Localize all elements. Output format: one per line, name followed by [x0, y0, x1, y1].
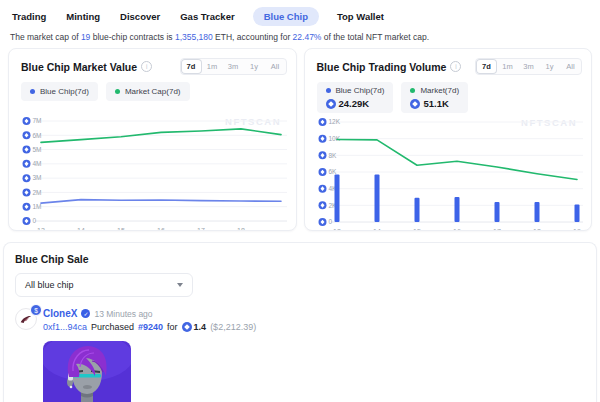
tab-discover[interactable]: Discover: [118, 7, 162, 26]
blue-dot-icon: [30, 89, 35, 94]
tab-gas-tracker[interactable]: Gas Tracker: [178, 7, 236, 26]
clonex-avatar-art: [43, 341, 131, 402]
range-1y[interactable]: 1y: [244, 59, 265, 74]
info-icon[interactable]: [450, 61, 461, 72]
market-value-card: Blue Chip Market Value 7d 1m 3m 1y All B…: [8, 48, 297, 231]
legend-label: Blue Chip(7d): [336, 86, 385, 95]
for-label: for: [167, 322, 178, 332]
legend-label: Blue Chip(7d): [40, 87, 89, 96]
filter-value: All blue chip: [25, 280, 74, 290]
svg-text:18: 18: [533, 228, 541, 231]
svg-text:0: 0: [328, 218, 332, 225]
buyer-address-link[interactable]: 0xf1...94ca: [43, 322, 87, 332]
range-selector: 7d 1m 3m 1y All: [475, 58, 582, 75]
trading-volume-legend: Blue Chip(7d) 24.29K Market(7d) 51.1K: [317, 82, 583, 113]
svg-text:3M: 3M: [33, 174, 42, 181]
sale-timestamp: 13 Minutes ago: [94, 309, 152, 319]
market-cap-percent: 22.47%: [293, 32, 322, 42]
svg-text:13: 13: [333, 228, 341, 231]
svg-text:4M: 4M: [33, 160, 42, 167]
market-value-title: Blue Chip Market Value: [21, 61, 137, 73]
range-1m[interactable]: 1m: [202, 59, 223, 74]
svg-text:15: 15: [413, 228, 421, 231]
svg-text:14: 14: [373, 228, 381, 231]
green-dot-icon: [115, 89, 120, 94]
currency-badge-icon: $: [30, 304, 42, 316]
trading-volume-card: Blue Chip Trading Volume 7d 1m 3m 1y All…: [304, 48, 593, 231]
legend-market[interactable]: Market(7d) 51.1K: [401, 82, 468, 113]
chevron-down-icon: [177, 283, 183, 287]
svg-text:13: 13: [37, 227, 45, 231]
tab-blue-chip[interactable]: Blue Chip: [253, 7, 319, 26]
sale-price-eth: 1.4: [182, 322, 207, 332]
sale-title: Blue Chip Sale: [15, 253, 588, 265]
svg-text:8K: 8K: [328, 152, 337, 159]
summary-text: The market cap of: [10, 32, 81, 42]
svg-text:14: 14: [77, 227, 85, 231]
market-cap-summary: The market cap of 19 blue-chip contracts…: [0, 26, 600, 42]
range-all[interactable]: All: [265, 59, 286, 74]
range-1m[interactable]: 1m: [497, 59, 518, 74]
svg-text:1M: 1M: [33, 203, 42, 210]
legend-blue-chip[interactable]: Blue Chip(7d): [21, 82, 98, 101]
range-7d[interactable]: 7d: [181, 59, 202, 74]
svg-text:5M: 5M: [33, 146, 42, 153]
range-all[interactable]: All: [560, 59, 581, 74]
tab-trading[interactable]: Trading: [10, 7, 48, 26]
svg-text:6M: 6M: [33, 132, 42, 139]
blue-chip-filter-select[interactable]: All blue chip: [15, 273, 193, 297]
tab-minting[interactable]: Minting: [64, 7, 102, 26]
svg-text:16: 16: [157, 227, 165, 231]
token-id-link[interactable]: #9240: [138, 322, 163, 332]
svg-text:2M: 2M: [33, 189, 42, 196]
tab-top-wallet[interactable]: Top Wallet: [335, 7, 386, 26]
collection-logo[interactable]: $: [15, 308, 37, 330]
info-icon[interactable]: [141, 61, 152, 72]
svg-text:16: 16: [453, 228, 461, 231]
svg-text:15: 15: [117, 227, 125, 231]
blue-dot-icon: [326, 88, 331, 93]
range-1y[interactable]: 1y: [539, 59, 560, 74]
eth-icon: [410, 99, 420, 109]
market-value-legend: Blue Chip(7d) Market Cap(7d): [21, 82, 287, 112]
range-3m[interactable]: 3m: [518, 59, 539, 74]
svg-text:17: 17: [197, 227, 205, 231]
svg-text:19: 19: [573, 228, 581, 231]
legend-label: Market Cap(7d): [125, 87, 181, 96]
svg-text:0: 0: [33, 217, 37, 224]
eth-amount: 1,355,180: [175, 32, 213, 42]
legend-label: Market(7d): [420, 86, 459, 95]
svg-text:10K: 10K: [328, 135, 340, 142]
svg-text:6K: 6K: [328, 168, 337, 175]
charts-row: Blue Chip Market Value 7d 1m 3m 1y All B…: [0, 42, 600, 231]
nft-image[interactable]: [43, 341, 131, 402]
sale-price-usd: ($2,212.39): [210, 322, 256, 332]
legend-blue-chip[interactable]: Blue Chip(7d) 24.29K: [317, 82, 394, 113]
svg-text:7M: 7M: [33, 117, 42, 124]
green-dot-icon: [410, 88, 415, 93]
eth-icon: [182, 322, 192, 332]
legend-market-cap[interactable]: Market Cap(7d): [106, 82, 190, 101]
range-3m[interactable]: 3m: [223, 59, 244, 74]
legend-value: 51.1K: [423, 98, 448, 109]
contract-count: 19: [81, 32, 90, 42]
eth-icon: [326, 99, 336, 109]
svg-text:17: 17: [493, 228, 501, 231]
trading-volume-chart: NFTSCAN12K10K8K6K4K2K013141516171819: [317, 114, 583, 231]
blue-chip-sale-card: Blue Chip Sale All blue chip $ CloneX 13…: [3, 242, 597, 402]
trading-volume-title: Blue Chip Trading Volume: [317, 61, 447, 73]
market-value-chart: NFTSCAN7M6M5M4M3M2M1M0131415161718: [21, 113, 287, 231]
top-nav: Trading Minting Discover Gas Tracker Blu…: [0, 0, 600, 26]
legend-value: 24.29K: [339, 98, 370, 109]
range-7d[interactable]: 7d: [476, 59, 497, 74]
svg-text:18: 18: [237, 227, 245, 231]
range-selector: 7d 1m 3m 1y All: [180, 58, 287, 75]
svg-text:12K: 12K: [328, 118, 340, 125]
verified-badge-icon: [81, 309, 90, 318]
collection-name-link[interactable]: CloneX: [43, 308, 77, 319]
action-label: Purchased: [91, 322, 134, 332]
sale-list-item: $ CloneX 13 Minutes ago 0xf1...94ca Purc…: [15, 308, 588, 402]
